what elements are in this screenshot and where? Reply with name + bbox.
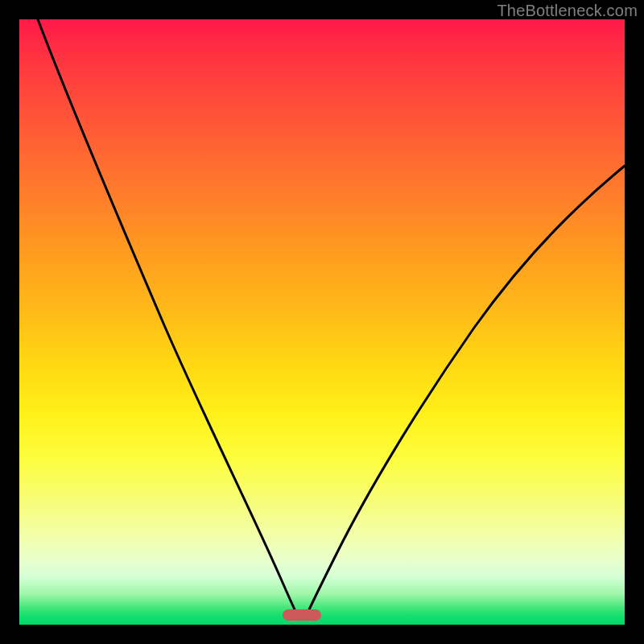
- outer-frame: TheBottleneck.com: [0, 0, 644, 644]
- right-curve: [307, 166, 625, 615]
- curve-layer: [19, 19, 625, 625]
- watermark-text: TheBottleneck.com: [497, 2, 638, 20]
- plot-area: [19, 19, 625, 625]
- bottleneck-marker: [283, 609, 321, 621]
- left-curve: [38, 19, 297, 615]
